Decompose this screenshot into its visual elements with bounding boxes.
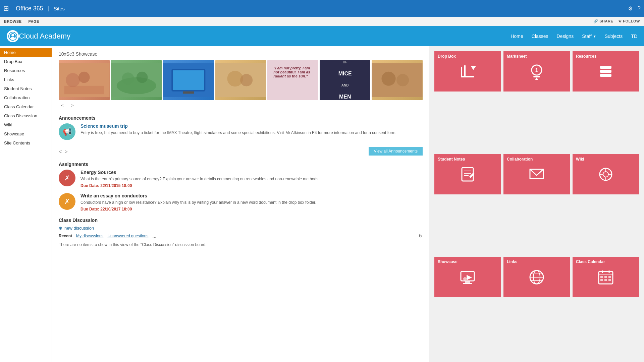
assignment-title-1[interactable]: Energy Sources bbox=[80, 170, 320, 175]
subnav-browse[interactable]: BROWSE bbox=[4, 19, 22, 23]
tile-studentnotes-title: Student Notes bbox=[438, 157, 465, 162]
assignment-title-2[interactable]: Write an essay on conductors bbox=[80, 193, 316, 198]
svg-rect-33 bbox=[462, 168, 473, 181]
top-bar-sites[interactable]: Sites bbox=[48, 6, 65, 11]
announcement-item-title[interactable]: Science museum trip bbox=[80, 123, 396, 129]
showcase-img-4 bbox=[215, 60, 266, 100]
disc-tab-my[interactable]: My discussions bbox=[76, 234, 103, 238]
nav-classes[interactable]: Classes bbox=[532, 34, 548, 39]
top-bar: ⊞ Office 365 Sites ⚙ ? bbox=[0, 0, 644, 17]
new-discussion-link[interactable]: ⊕ new discussion bbox=[59, 226, 423, 231]
new-discussion-label: new discussion bbox=[64, 226, 94, 231]
waffle-icon[interactable]: ⊞ bbox=[3, 4, 9, 12]
settings-icon[interactable]: ⚙ bbox=[628, 5, 633, 12]
tile-classcalendar-icon bbox=[597, 269, 614, 289]
carousel-next[interactable]: > bbox=[69, 102, 76, 109]
sidebar-item-wiki[interactable]: Wiki bbox=[0, 120, 52, 129]
sidebar-item-studentnotes[interactable]: Student Notes bbox=[0, 84, 52, 93]
ann-nav: < > bbox=[59, 149, 68, 155]
nav-subjects[interactable]: Subjects bbox=[605, 34, 623, 39]
showcase-title: 10xSc3 Showcase bbox=[59, 51, 423, 57]
ann-prev[interactable]: < bbox=[59, 149, 62, 155]
tile-collaboration[interactable]: Collaboration bbox=[503, 154, 570, 194]
view-all-announcements-btn[interactable]: View all Announcements bbox=[369, 147, 423, 156]
tile-collaboration-icon bbox=[528, 166, 545, 186]
showcase-img-1 bbox=[59, 60, 110, 100]
tile-marksheet-icon: 1 bbox=[528, 63, 545, 83]
sidebar-item-classdiscussion[interactable]: Class Discussion bbox=[0, 111, 52, 120]
follow-link[interactable]: ★ FOLLOW bbox=[618, 19, 640, 23]
site-header: Cloud Academy Home Classes Designs Staff… bbox=[0, 26, 644, 46]
disc-tab-recent[interactable]: Recent bbox=[59, 234, 72, 238]
tile-links[interactable]: Links bbox=[503, 257, 570, 297]
svg-point-46 bbox=[463, 277, 467, 281]
tile-showcase-icon bbox=[459, 269, 476, 289]
sidebar-item-resources[interactable]: Resources bbox=[0, 66, 52, 75]
subnav-page[interactable]: PAGE bbox=[29, 19, 39, 23]
svg-rect-61 bbox=[604, 279, 607, 281]
showcase-images: "I am not pretty, I am not beautiful, I … bbox=[59, 60, 423, 100]
svg-point-5 bbox=[66, 73, 80, 87]
nav-staff[interactable]: Staff ▼ bbox=[582, 34, 596, 39]
announcement-icon: 📢 bbox=[59, 123, 75, 140]
sidebar-item-collaboration[interactable]: Collaboration bbox=[0, 93, 52, 102]
tile-studentnotes[interactable]: Student Notes bbox=[434, 154, 501, 194]
svg-point-38 bbox=[603, 172, 608, 177]
svg-rect-15 bbox=[183, 92, 194, 94]
tile-wiki[interactable]: Wiki bbox=[573, 154, 639, 194]
tile-wiki-title: Wiki bbox=[576, 157, 584, 162]
showcase-img-7 bbox=[372, 60, 423, 100]
tile-showcase-title: Showcase bbox=[438, 259, 458, 264]
showcase-section: 10xSc3 Showcase bbox=[59, 51, 423, 109]
svg-rect-58 bbox=[604, 276, 607, 278]
help-icon[interactable]: ? bbox=[638, 5, 641, 11]
nav-td[interactable]: TD bbox=[631, 34, 637, 39]
announcement-item-text: Entry is free, but you need to buy a tic… bbox=[80, 130, 396, 136]
svg-rect-62 bbox=[608, 279, 611, 281]
tile-resources[interactable]: Resources bbox=[573, 51, 639, 92]
sidebar-item-links[interactable]: Links bbox=[0, 75, 52, 84]
tile-links-icon bbox=[528, 269, 545, 289]
new-discussion-plus: ⊕ bbox=[59, 226, 62, 231]
tile-marksheet[interactable]: Marksheet 1 bbox=[503, 51, 570, 92]
carousel-controls: < > bbox=[59, 102, 423, 109]
nav-home[interactable]: Home bbox=[511, 34, 523, 39]
sidebar-item-home[interactable]: Home bbox=[0, 48, 52, 57]
disc-refresh[interactable]: ↻ bbox=[419, 233, 423, 239]
sidebar-item-sitecontents[interactable]: Site Contents bbox=[0, 138, 52, 147]
site-nav: Home Classes Designs Staff ▼ Subjects TD bbox=[511, 34, 637, 39]
tile-collaboration-title: Collaboration bbox=[507, 157, 533, 162]
nav-designs[interactable]: Designs bbox=[557, 34, 574, 39]
assignments-title: Assignments bbox=[59, 162, 423, 167]
sidebar-item-showcase[interactable]: Showcase bbox=[0, 129, 52, 138]
site-title: Cloud Academy bbox=[19, 32, 70, 41]
carousel-prev[interactable]: < bbox=[59, 102, 66, 109]
tile-classcalendar[interactable]: Class Calendar bbox=[573, 257, 639, 297]
tile-showcase[interactable]: Showcase bbox=[434, 257, 501, 297]
discussion-empty-text: There are no items to show in this view … bbox=[59, 242, 423, 247]
svg-point-2 bbox=[11, 34, 14, 37]
svg-marker-47 bbox=[467, 275, 472, 280]
assignment-content-2: Write an essay on conductors Conductors … bbox=[80, 193, 316, 212]
svg-rect-24 bbox=[461, 76, 474, 77]
svg-point-20 bbox=[382, 72, 396, 86]
share-link[interactable]: 🔗 SHARE bbox=[593, 19, 613, 23]
ann-next[interactable]: > bbox=[64, 149, 67, 155]
sub-nav-right: 🔗 SHARE ★ FOLLOW bbox=[593, 19, 640, 23]
svg-marker-29 bbox=[535, 77, 538, 80]
tile-dropbox[interactable]: Drop Box bbox=[434, 51, 501, 92]
discussion-tabs: Recent My discussions Unanswered questio… bbox=[59, 233, 423, 240]
disc-tab-more[interactable]: ... bbox=[152, 233, 156, 239]
top-bar-right: ⚙ ? bbox=[628, 5, 641, 12]
svg-rect-28 bbox=[533, 76, 540, 77]
class-discussion-title: Class Discussion bbox=[59, 218, 423, 223]
tile-studentnotes-icon bbox=[459, 166, 476, 186]
svg-rect-57 bbox=[600, 276, 603, 278]
disc-tab-unanswered[interactable]: Unanswered questions bbox=[107, 234, 148, 238]
sidebar-item-classcalendar[interactable]: Class Calendar bbox=[0, 102, 52, 111]
svg-rect-44 bbox=[465, 281, 470, 283]
assignments-section: Assignments ✗ Energy Sources What is the… bbox=[59, 162, 423, 212]
sidebar-item-dropbox[interactable]: Drop Box bbox=[0, 57, 52, 66]
site-logo bbox=[7, 30, 19, 42]
sidebar: Home Drop Box Resources Links Student No… bbox=[0, 46, 52, 362]
